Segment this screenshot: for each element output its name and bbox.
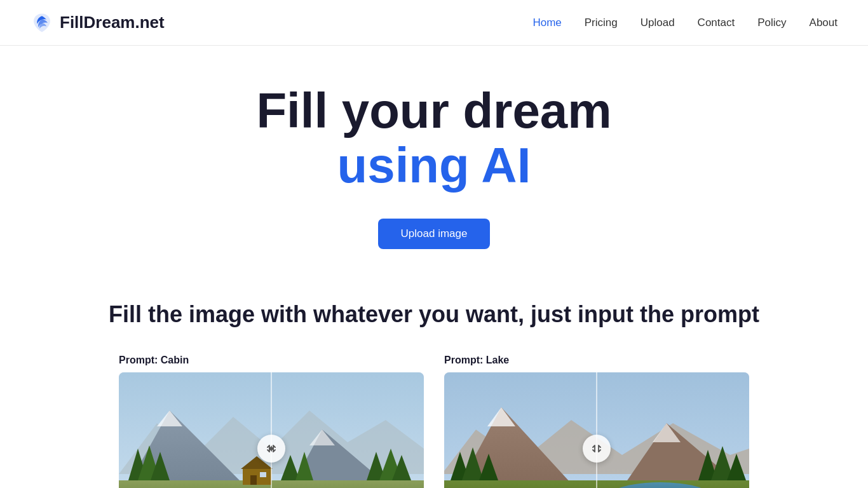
main-nav: Home Pricing Upload Contact Policy About [532, 17, 837, 29]
nav-link-contact[interactable]: Contact [698, 17, 735, 29]
hero-section: Fill your dream using AI Upload image [0, 46, 868, 274]
svg-rect-13 [243, 469, 271, 485]
site-header: FillDream.net Home Pricing Upload Contac… [0, 0, 868, 46]
nav-link-policy[interactable]: Policy [757, 17, 786, 29]
lake-scene-svg [444, 372, 749, 488]
section-subtitle-text: Fill the image with whatever you want, j… [31, 300, 837, 330]
hero-title-line2: using AI [337, 139, 531, 193]
slider-arrow-icon [265, 442, 278, 455]
demo-cabin-prompt: Prompt: Cabin [119, 355, 424, 366]
cabin-scene-svg [119, 372, 424, 488]
demo-item-lake: Prompt: Lake [444, 355, 749, 488]
demo-cabin-image [119, 372, 424, 488]
nav-link-about[interactable]: About [810, 17, 837, 29]
logo-icon [31, 11, 53, 34]
demo-cabin-slider-button[interactable] [257, 435, 285, 463]
upload-image-button[interactable]: Upload image [378, 219, 491, 249]
logo-text: FillDream.net [60, 13, 165, 32]
slider-arrow-icon-2 [590, 442, 603, 455]
logo-link[interactable]: FillDream.net [31, 11, 165, 34]
demo-item-cabin: Prompt: Cabin [119, 355, 424, 488]
nav-link-upload[interactable]: Upload [641, 17, 675, 29]
demos-section: Prompt: Cabin [0, 342, 868, 488]
hero-title-line1: Fill your dream [31, 84, 837, 139]
svg-rect-16 [260, 472, 266, 477]
demo-lake-prompt: Prompt: Lake [444, 355, 749, 366]
nav-link-pricing[interactable]: Pricing [585, 17, 618, 29]
svg-rect-15 [250, 475, 257, 485]
demo-lake-image [444, 372, 749, 488]
nav-link-home[interactable]: Home [532, 17, 561, 29]
demo-lake-slider-button[interactable] [583, 435, 611, 463]
section-subtitle-area: Fill the image with whatever you want, j… [0, 274, 868, 342]
